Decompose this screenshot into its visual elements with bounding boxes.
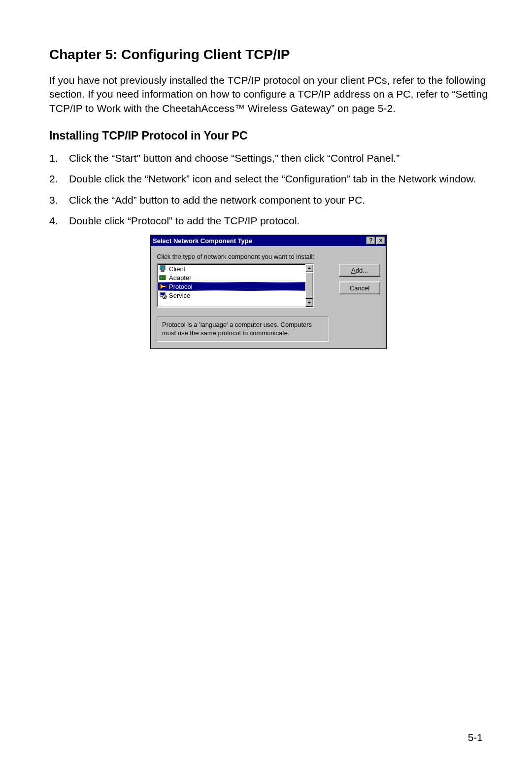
adapter-icon	[159, 274, 167, 281]
svg-rect-10	[160, 285, 161, 287]
steps-list: Click the “Start” button and choose “Set…	[49, 151, 488, 228]
list-item-label: Service	[169, 292, 190, 299]
step-item: Click the “Add” button to add the networ…	[49, 193, 488, 207]
cancel-button[interactable]: Cancel	[339, 281, 380, 294]
dialog-titlebar[interactable]: Select Network Component Type ? ×	[151, 235, 386, 246]
description-box: Protocol is a 'language' a computer uses…	[157, 317, 329, 342]
dialog-title: Select Network Component Type	[153, 237, 366, 245]
svg-rect-2	[161, 270, 164, 272]
listbox-scrollbar[interactable]	[305, 264, 313, 307]
svg-point-14	[163, 295, 166, 299]
svg-rect-3	[160, 276, 166, 280]
service-icon	[159, 291, 167, 299]
chevron-up-icon	[307, 267, 311, 269]
list-item-label: Client	[169, 265, 185, 273]
svg-rect-11	[165, 285, 166, 287]
chapter-title: Chapter 5: Configuring Client TCP/IP	[49, 47, 488, 63]
dialog-instruction: Click the type of network component you …	[157, 253, 332, 260]
chevron-down-icon	[307, 302, 311, 304]
list-item-service[interactable]: Service	[158, 291, 313, 300]
section-title: Installing TCP/IP Protocol in Your PC	[49, 129, 488, 142]
list-item-adapter[interactable]: Adapter	[158, 273, 313, 282]
page-number: 5-1	[468, 732, 483, 743]
scroll-down-button[interactable]	[305, 299, 313, 307]
svg-rect-1	[161, 266, 165, 269]
client-icon	[159, 265, 167, 273]
scroll-thumb[interactable]	[305, 272, 313, 299]
add-button[interactable]: Add...	[339, 264, 380, 277]
select-component-dialog: Select Network Component Type ? × Click …	[150, 235, 387, 349]
svg-rect-4	[161, 277, 162, 279]
help-button[interactable]: ?	[366, 237, 375, 245]
list-item-protocol[interactable]: Protocol	[158, 282, 313, 291]
step-item: Double click “Protocol” to add the TCP/I…	[49, 214, 488, 228]
svg-rect-5	[166, 276, 166, 277]
step-item: Click the “Start” button and choose “Set…	[49, 151, 488, 165]
list-item-label: Protocol	[169, 283, 193, 290]
intro-paragraph: If you have not previously installed the…	[49, 73, 488, 115]
protocol-icon	[159, 282, 167, 290]
list-item-client[interactable]: Client	[158, 264, 313, 273]
list-item-label: Adapter	[169, 274, 192, 281]
component-listbox[interactable]: Client Adapter	[157, 263, 314, 308]
scroll-up-button[interactable]	[305, 264, 313, 272]
step-item: Double click the “Network” icon and sele…	[49, 172, 488, 186]
close-button[interactable]: ×	[376, 237, 385, 245]
svg-rect-6	[166, 278, 166, 279]
